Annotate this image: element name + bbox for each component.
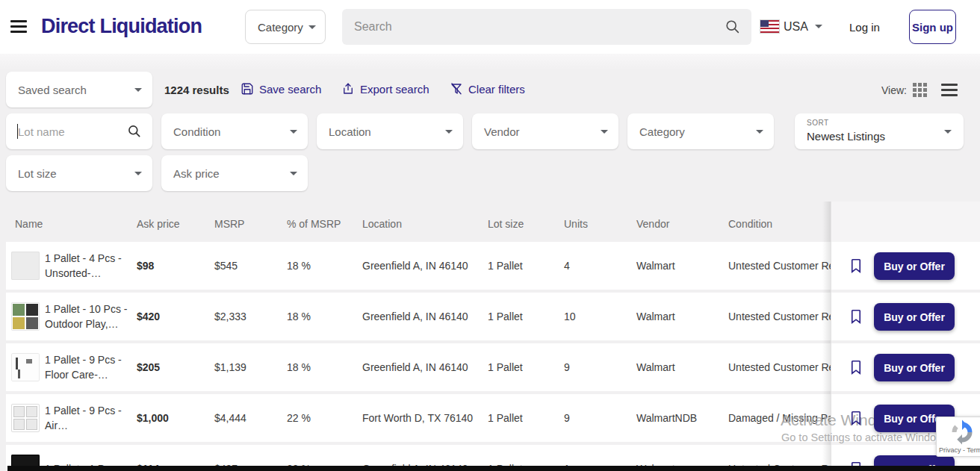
col-header-lot-size: Lot size [488, 218, 524, 230]
vendor-value: WalmartNDB [636, 412, 697, 424]
background-fade [0, 54, 980, 70]
bookmark-icon[interactable] [849, 308, 863, 325]
chevron-down-icon[interactable] [815, 25, 822, 28]
location-value: Greenfield A, IN 46140 [362, 311, 468, 322]
lot-name[interactable]: 1 Pallet - 10 Pcs - Outdoor Play,… [45, 302, 128, 331]
lot-name[interactable]: 1 Pallet - 4 Pcs - Unsorted-… [45, 251, 128, 281]
clear-filters-button[interactable]: Clear filters [450, 82, 525, 96]
country-selector[interactable]: USA [784, 20, 808, 34]
col-header-name: Name [15, 218, 43, 230]
location-value: Greenfield A, IN 46140 [362, 260, 468, 272]
category-filter-label: Category [639, 125, 756, 138]
msrp-value: $4,444 [214, 412, 246, 424]
condition-value: Untested Customer Re [728, 361, 831, 373]
condition-value: Untested Customer Re [728, 260, 831, 272]
usa-flag-icon[interactable] [760, 20, 779, 33]
lot-name-search[interactable] [6, 113, 152, 149]
filter-off-icon [450, 82, 463, 96]
text-cursor [17, 124, 18, 139]
buy-or-offer-button[interactable]: Buy or Offer [874, 354, 955, 381]
chevron-down-icon [601, 130, 608, 134]
location-label: Location [329, 125, 445, 138]
vendor-value: Walmart [636, 311, 675, 322]
category-filter-dropdown[interactable]: Category [627, 113, 774, 149]
lot-size-value: 1 Pallet [488, 412, 523, 424]
vendor-value: Walmart [636, 260, 675, 272]
search-input[interactable] [354, 20, 725, 34]
export-search-label: Export search [360, 83, 429, 96]
sort-label: SORT [807, 119, 829, 127]
menu-icon[interactable] [10, 20, 27, 33]
table-row[interactable]: 1 Pallet - 9 Pcs - Floor Care-… $205 $1,… [6, 343, 980, 391]
sort-value: Newest Listings [807, 130, 885, 143]
ask-price-value: $205 [137, 361, 160, 373]
lot-name[interactable]: 1 Pallet - 9 Pcs - Floor Care-… [45, 352, 128, 382]
col-header-condition: Condition [728, 218, 772, 230]
units-value: 9 [564, 361, 570, 373]
lot-name-input[interactable] [18, 125, 127, 138]
bookmark-icon[interactable] [849, 410, 863, 426]
buy-or-offer-button[interactable]: Buy or Offer [874, 252, 955, 280]
vendor-dropdown[interactable]: Vendor [472, 113, 618, 149]
condition-dropdown[interactable]: Condition [161, 113, 308, 149]
units-value: 10 [564, 311, 576, 322]
vendor-label: Vendor [484, 125, 601, 138]
product-thumbnail[interactable] [11, 404, 40, 432]
msrp-pct-value: 18 % [287, 311, 311, 322]
saved-search-dropdown[interactable]: Saved search [6, 72, 152, 107]
recaptcha-badge[interactable]: Privacy - Term [936, 417, 980, 457]
chevron-down-icon [944, 130, 952, 134]
col-header-units: Units [564, 218, 588, 230]
bookmark-icon[interactable] [849, 258, 863, 274]
action-column-shadow [822, 202, 831, 471]
chevron-down-icon [134, 172, 142, 175]
col-header-vendor: Vendor [636, 218, 669, 230]
recaptcha-icon [949, 419, 976, 446]
save-search-label: Save search [259, 83, 321, 96]
ask-price-value: $420 [137, 311, 160, 322]
lot-size-dropdown[interactable]: Lot size [6, 155, 152, 191]
bookmark-icon[interactable] [849, 359, 863, 375]
msrp-value: $1,139 [214, 361, 246, 373]
action-column-header [831, 202, 980, 242]
msrp-value: $2,333 [214, 311, 246, 322]
table-row[interactable]: 1 Pallet - 4 Pcs - Unsorted-… $98 $545 1… [6, 242, 980, 290]
location-dropdown[interactable]: Location [317, 113, 463, 149]
login-link[interactable]: Log in [849, 21, 880, 34]
sort-dropdown[interactable]: SORT Newest Listings [795, 113, 964, 149]
signup-button[interactable]: Sign up [909, 10, 956, 44]
product-thumbnail[interactable] [11, 353, 40, 381]
lot-name[interactable]: 1 Pallet - 9 Pcs - Air… [45, 403, 128, 433]
buy-or-offer-button[interactable]: Buy or Offer [874, 303, 955, 331]
recaptcha-privacy-terms[interactable]: Privacy - Term [939, 446, 980, 454]
activate-windows-subtext: Go to Settings to activate Windows [781, 431, 949, 443]
search-icon[interactable] [127, 124, 142, 139]
product-thumbnail[interactable] [11, 252, 40, 280]
lot-size-value: 1 Pallet [488, 361, 523, 373]
location-value: Fort Worth D, TX 76140 [362, 412, 473, 424]
msrp-value: $545 [214, 260, 238, 272]
view-label: View: [881, 84, 907, 96]
ask-price-dropdown[interactable]: Ask price [161, 155, 308, 191]
lot-size-value: 1 Pallet [488, 260, 523, 272]
search-icon[interactable] [725, 19, 741, 35]
grid-view-icon[interactable] [913, 83, 927, 97]
clear-filters-label: Clear filters [468, 83, 525, 96]
bottom-banner-edge [7, 466, 980, 471]
product-thumbnail[interactable] [11, 302, 40, 331]
chevron-down-icon [290, 130, 297, 134]
col-header-msrp: MSRP [214, 218, 244, 230]
save-search-button[interactable]: Save search [241, 82, 321, 96]
chevron-down-icon [308, 25, 316, 29]
export-search-button[interactable]: Export search [341, 82, 429, 96]
vendor-value: Walmart [636, 361, 675, 373]
search-bar[interactable] [342, 9, 751, 45]
logo[interactable]: Direct Liquidation [41, 15, 202, 38]
save-icon [241, 82, 254, 96]
category-dropdown[interactable]: Category [245, 10, 326, 44]
list-view-icon[interactable] [941, 84, 958, 99]
table-row[interactable]: 1 Pallet - 10 Pcs - Outdoor Play,… $420 … [6, 293, 980, 340]
msrp-pct-value: 18 % [287, 361, 311, 373]
ask-price-label: Ask price [173, 167, 290, 180]
export-icon [341, 82, 355, 96]
